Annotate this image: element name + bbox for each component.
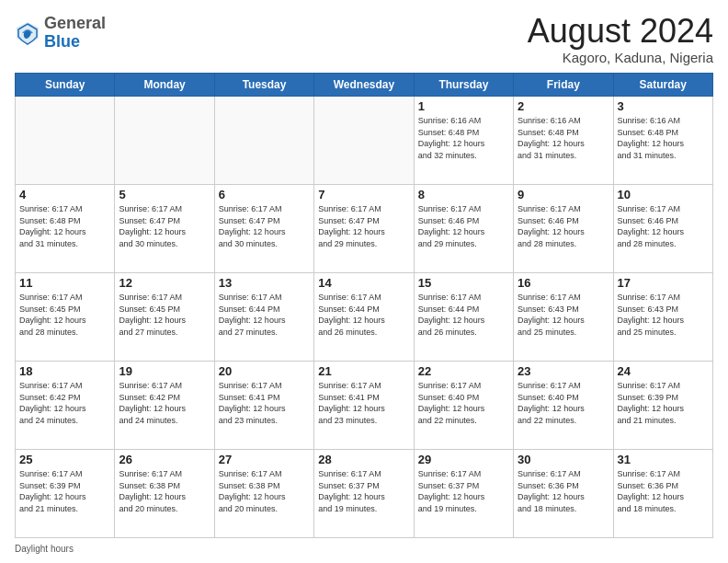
day-of-week-header: Thursday: [414, 74, 513, 97]
day-number: 4: [19, 188, 110, 201]
calendar-cell: 23Sunrise: 6:17 AM Sunset: 6:40 PM Dayli…: [514, 362, 613, 450]
day-number: 26: [119, 453, 210, 466]
day-number: 12: [119, 276, 210, 290]
calendar-cell: 6Sunrise: 6:17 AM Sunset: 6:47 PM Daylig…: [214, 185, 313, 273]
day-number: 17: [618, 276, 709, 290]
day-info: Sunrise: 6:17 AM Sunset: 6:38 PM Dayligh…: [119, 468, 210, 514]
calendar-cell: 27Sunrise: 6:17 AM Sunset: 6:38 PM Dayli…: [214, 450, 313, 538]
day-info: Sunrise: 6:16 AM Sunset: 6:48 PM Dayligh…: [518, 115, 609, 161]
day-number: 3: [618, 99, 709, 113]
calendar-cell: 30Sunrise: 6:17 AM Sunset: 6:36 PM Dayli…: [514, 450, 613, 538]
calendar-cell: 22Sunrise: 6:17 AM Sunset: 6:40 PM Dayli…: [414, 362, 513, 450]
header: General Blue August 2024 Kagoro, Kaduna,…: [15, 15, 713, 65]
day-of-week-header: Wednesday: [314, 74, 414, 97]
day-info: Sunrise: 6:17 AM Sunset: 6:39 PM Dayligh…: [618, 380, 709, 426]
calendar-week-row: 25Sunrise: 6:17 AM Sunset: 6:39 PM Dayli…: [16, 450, 713, 538]
day-number: 24: [618, 364, 709, 378]
calendar-cell: 3Sunrise: 6:16 AM Sunset: 6:48 PM Daylig…: [613, 97, 712, 185]
day-info: Sunrise: 6:17 AM Sunset: 6:37 PM Dayligh…: [318, 468, 409, 514]
day-number: 15: [418, 276, 509, 290]
day-of-week-header: Saturday: [613, 74, 712, 97]
calendar-cell: [16, 97, 115, 185]
calendar-cell: 8Sunrise: 6:17 AM Sunset: 6:46 PM Daylig…: [414, 185, 513, 273]
calendar-table: SundayMondayTuesdayWednesdayThursdayFrid…: [15, 73, 713, 538]
calendar-cell: 29Sunrise: 6:17 AM Sunset: 6:37 PM Dayli…: [414, 450, 513, 538]
day-number: 19: [119, 364, 210, 378]
calendar-cell: 18Sunrise: 6:17 AM Sunset: 6:42 PM Dayli…: [16, 362, 115, 450]
calendar-cell: 4Sunrise: 6:17 AM Sunset: 6:48 PM Daylig…: [16, 185, 115, 273]
day-number: 22: [418, 364, 509, 378]
day-info: Sunrise: 6:17 AM Sunset: 6:45 PM Dayligh…: [19, 292, 110, 338]
day-info: Sunrise: 6:17 AM Sunset: 6:37 PM Dayligh…: [418, 468, 509, 514]
day-info: Sunrise: 6:17 AM Sunset: 6:47 PM Dayligh…: [318, 203, 409, 249]
day-info: Sunrise: 6:17 AM Sunset: 6:44 PM Dayligh…: [219, 292, 310, 338]
title-block: August 2024 Kagoro, Kaduna, Nigeria: [528, 15, 713, 65]
day-info: Sunrise: 6:17 AM Sunset: 6:43 PM Dayligh…: [518, 292, 609, 338]
calendar-cell: 19Sunrise: 6:17 AM Sunset: 6:42 PM Dayli…: [115, 362, 214, 450]
calendar-cell: 28Sunrise: 6:17 AM Sunset: 6:37 PM Dayli…: [314, 450, 414, 538]
day-number: 10: [618, 188, 709, 201]
day-of-week-header: Sunday: [16, 74, 115, 97]
day-info: Sunrise: 6:17 AM Sunset: 6:39 PM Dayligh…: [19, 468, 110, 514]
calendar-cell: 20Sunrise: 6:17 AM Sunset: 6:41 PM Dayli…: [214, 362, 313, 450]
day-number: 6: [219, 188, 310, 201]
day-number: 29: [418, 453, 509, 466]
day-info: Sunrise: 6:17 AM Sunset: 6:40 PM Dayligh…: [518, 380, 609, 426]
page: General Blue August 2024 Kagoro, Kaduna,…: [0, 0, 728, 563]
calendar-cell: 12Sunrise: 6:17 AM Sunset: 6:45 PM Dayli…: [115, 273, 214, 362]
calendar-week-row: 18Sunrise: 6:17 AM Sunset: 6:42 PM Dayli…: [16, 362, 713, 450]
calendar-cell: 1Sunrise: 6:16 AM Sunset: 6:48 PM Daylig…: [414, 97, 513, 185]
day-number: 9: [518, 188, 609, 201]
calendar-cell: [214, 97, 313, 185]
calendar-header-row: SundayMondayTuesdayWednesdayThursdayFrid…: [16, 74, 713, 97]
calendar-cell: 7Sunrise: 6:17 AM Sunset: 6:47 PM Daylig…: [314, 185, 414, 273]
day-number: 13: [219, 276, 310, 290]
day-info: Sunrise: 6:17 AM Sunset: 6:41 PM Dayligh…: [219, 380, 310, 426]
day-number: 5: [119, 188, 210, 201]
day-number: 25: [19, 453, 110, 466]
logo-blue: Blue: [44, 32, 80, 51]
calendar-week-row: 4Sunrise: 6:17 AM Sunset: 6:48 PM Daylig…: [16, 185, 713, 273]
calendar-cell: [115, 97, 214, 185]
calendar-cell: 21Sunrise: 6:17 AM Sunset: 6:41 PM Dayli…: [314, 362, 414, 450]
calendar-cell: 2Sunrise: 6:16 AM Sunset: 6:48 PM Daylig…: [514, 97, 613, 185]
day-of-week-header: Monday: [115, 74, 214, 97]
calendar-cell: 5Sunrise: 6:17 AM Sunset: 6:47 PM Daylig…: [115, 185, 214, 273]
day-info: Sunrise: 6:17 AM Sunset: 6:47 PM Dayligh…: [119, 203, 210, 249]
day-info: Sunrise: 6:17 AM Sunset: 6:46 PM Dayligh…: [618, 203, 709, 249]
calendar-cell: [314, 97, 414, 185]
calendar-cell: 11Sunrise: 6:17 AM Sunset: 6:45 PM Dayli…: [16, 273, 115, 362]
logo-icon: [15, 20, 40, 46]
calendar-cell: 24Sunrise: 6:17 AM Sunset: 6:39 PM Dayli…: [613, 362, 712, 450]
day-number: 11: [19, 276, 110, 290]
calendar-cell: 15Sunrise: 6:17 AM Sunset: 6:44 PM Dayli…: [414, 273, 513, 362]
calendar-cell: 26Sunrise: 6:17 AM Sunset: 6:38 PM Dayli…: [115, 450, 214, 538]
calendar-week-row: 11Sunrise: 6:17 AM Sunset: 6:45 PM Dayli…: [16, 273, 713, 362]
calendar-cell: 9Sunrise: 6:17 AM Sunset: 6:46 PM Daylig…: [514, 185, 613, 273]
day-info: Sunrise: 6:17 AM Sunset: 6:45 PM Dayligh…: [119, 292, 210, 338]
footer-label: Daylight hours: [15, 544, 74, 554]
day-number: 20: [219, 364, 310, 378]
day-number: 23: [518, 364, 609, 378]
day-info: Sunrise: 6:17 AM Sunset: 6:36 PM Dayligh…: [618, 468, 709, 514]
day-number: 21: [318, 364, 409, 378]
day-number: 1: [418, 99, 509, 113]
day-info: Sunrise: 6:17 AM Sunset: 6:48 PM Dayligh…: [19, 203, 110, 249]
day-number: 27: [219, 453, 310, 466]
footer: Daylight hours: [15, 544, 713, 554]
calendar-cell: 13Sunrise: 6:17 AM Sunset: 6:44 PM Dayli…: [214, 273, 313, 362]
calendar-cell: 14Sunrise: 6:17 AM Sunset: 6:44 PM Dayli…: [314, 273, 414, 362]
day-number: 18: [19, 364, 110, 378]
calendar-cell: 10Sunrise: 6:17 AM Sunset: 6:46 PM Dayli…: [613, 185, 712, 273]
day-info: Sunrise: 6:16 AM Sunset: 6:48 PM Dayligh…: [618, 115, 709, 161]
day-info: Sunrise: 6:17 AM Sunset: 6:42 PM Dayligh…: [119, 380, 210, 426]
month-title: August 2024: [528, 15, 713, 48]
calendar-cell: 16Sunrise: 6:17 AM Sunset: 6:43 PM Dayli…: [514, 273, 613, 362]
day-number: 7: [318, 188, 409, 201]
day-number: 30: [518, 453, 609, 466]
day-info: Sunrise: 6:17 AM Sunset: 6:40 PM Dayligh…: [418, 380, 509, 426]
day-of-week-header: Tuesday: [214, 74, 313, 97]
day-info: Sunrise: 6:17 AM Sunset: 6:44 PM Dayligh…: [418, 292, 509, 338]
logo: General Blue: [15, 15, 106, 52]
calendar-week-row: 1Sunrise: 6:16 AM Sunset: 6:48 PM Daylig…: [16, 97, 713, 185]
